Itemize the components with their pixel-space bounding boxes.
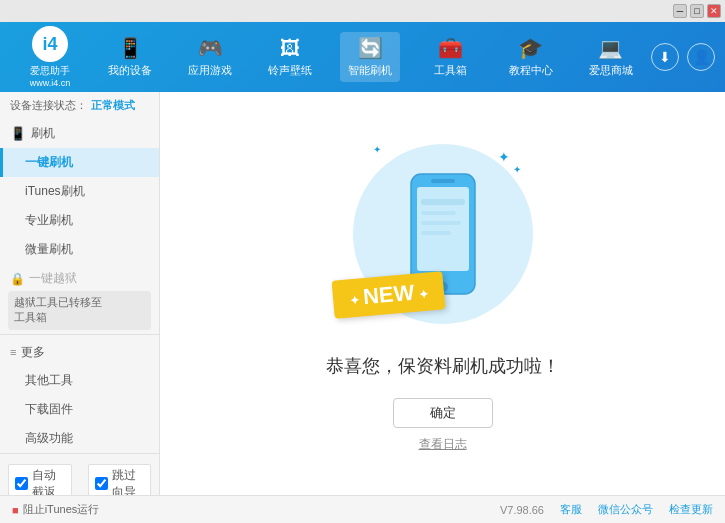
diary-button[interactable]: 查看日志 (419, 436, 467, 453)
sidebar-item-advanced[interactable]: 高级功能 (0, 424, 159, 453)
lock-icon: 🔒 (10, 272, 25, 286)
store-icon: 💻 (598, 36, 623, 60)
sidebar-divider (0, 334, 159, 335)
more-section-header[interactable]: ≡ 更多 (0, 339, 159, 366)
nav-apps-games[interactable]: 🎮 应用游戏 (180, 32, 240, 82)
success-text: 恭喜您，保资料刷机成功啦！ (326, 354, 560, 378)
svg-rect-2 (431, 179, 455, 183)
connection-status: 设备连接状态： 正常模式 (0, 92, 159, 119)
wechat-public-link[interactable]: 微信公众号 (598, 502, 653, 517)
logo-icon: i4 (32, 26, 68, 62)
check-update-link[interactable]: 检查更新 (669, 502, 713, 517)
nav-tutorial[interactable]: 🎓 教程中心 (501, 32, 561, 82)
svg-rect-6 (421, 221, 461, 225)
main-area: 设备连接状态： 正常模式 📱 刷机 一键刷机 iTunes刷机 专业刷机 微量刷… (0, 92, 725, 495)
nav-store-label: 爱思商城 (589, 63, 633, 78)
logo-text: 爱思助手 www.i4.cn (30, 64, 71, 88)
flash-icon: 📱 (10, 126, 26, 141)
jailbreak-section: 🔒 一键越狱 (0, 264, 159, 289)
svg-rect-7 (421, 231, 451, 235)
content-area: ✦ ✦ ✦ NEW 恭喜您，保资料刷机成功啦！ 确定 查看日志 (160, 92, 725, 495)
nav-apps-games-label: 应用游戏 (188, 63, 232, 78)
my-device-icon: 📱 (118, 36, 143, 60)
sparkle-1: ✦ (498, 149, 510, 165)
status-left: ■ 阻止iTunes运行 (12, 502, 500, 517)
status-value: 正常模式 (91, 98, 135, 113)
apps-games-icon: 🎮 (198, 36, 223, 60)
nav-my-device-label: 我的设备 (108, 63, 152, 78)
nav-smart-shop[interactable]: 🔄 智能刷机 (340, 32, 400, 82)
sidebar-item-one-click-flash[interactable]: 一键刷机 (0, 148, 159, 177)
version-text: V7.98.66 (500, 504, 544, 516)
auto-return-checkbox-label[interactable]: 自动截返 (8, 464, 72, 495)
stop-itunes[interactable]: ■ 阻止iTunes运行 (12, 502, 99, 517)
nav-ringtone-label: 铃声壁纸 (268, 63, 312, 78)
smart-shop-icon: 🔄 (358, 36, 383, 60)
maximize-button[interactable]: □ (690, 4, 704, 18)
header: i4 爱思助手 www.i4.cn 📱 我的设备 🎮 应用游戏 🖼 铃声壁纸 🔄… (0, 22, 725, 92)
flash-section-header[interactable]: 📱 刷机 (0, 119, 159, 148)
sparkle-3: ✦ (373, 144, 381, 155)
skip-wizard-checkbox-label[interactable]: 跳过向导 (88, 464, 152, 495)
minimize-button[interactable]: ─ (673, 4, 687, 18)
sidebar-item-itunes-flash[interactable]: iTunes刷机 (0, 177, 159, 206)
sidebar-item-dfu-flash[interactable]: 微量刷机 (0, 235, 159, 264)
jailbreak-note: 越狱工具已转移至 工具箱 (8, 291, 151, 330)
download-button[interactable]: ⬇ (651, 43, 679, 71)
sidebar-bottom: 自动截返 跳过向导 📱 iPhone 12 mini 64GB Down-12m… (0, 453, 159, 495)
svg-rect-4 (421, 199, 465, 205)
nav-toolbox[interactable]: 🧰 工具箱 (421, 32, 481, 82)
svg-rect-5 (421, 211, 456, 215)
status-bar: ■ 阻止iTunes运行 V7.98.66 客服 微信公众号 检查更新 (0, 495, 725, 523)
nav-toolbox-label: 工具箱 (434, 63, 467, 78)
toolbox-icon: 🧰 (438, 36, 463, 60)
nav-tutorial-label: 教程中心 (509, 63, 553, 78)
sidebar: 设备连接状态： 正常模式 📱 刷机 一键刷机 iTunes刷机 专业刷机 微量刷… (0, 92, 160, 495)
title-bar: ─ □ ✕ (0, 0, 725, 22)
nav-my-device[interactable]: 📱 我的设备 (100, 32, 160, 82)
sidebar-item-other-tools[interactable]: 其他工具 (0, 366, 159, 395)
ringtone-icon: 🖼 (280, 37, 300, 60)
close-button[interactable]: ✕ (707, 4, 721, 18)
auto-return-checkbox[interactable] (15, 477, 28, 490)
confirm-button[interactable]: 确定 (393, 398, 493, 428)
nav-store[interactable]: 💻 爱思商城 (581, 32, 641, 82)
sidebar-item-download-firmware[interactable]: 下载固件 (0, 395, 159, 424)
status-right: V7.98.66 客服 微信公众号 检查更新 (500, 502, 713, 517)
nav-smart-shop-label: 智能刷机 (348, 63, 392, 78)
user-button[interactable]: 👤 (687, 43, 715, 71)
header-right: ⬇ 👤 (651, 43, 715, 71)
checkbox-area: 自动截返 跳过向导 (8, 460, 151, 495)
flash-label: 刷机 (31, 125, 55, 142)
sparkle-2: ✦ (513, 164, 521, 175)
sidebar-item-pro-flash[interactable]: 专业刷机 (0, 206, 159, 235)
nav-ringtone[interactable]: 🖼 铃声壁纸 (260, 33, 320, 82)
skip-wizard-checkbox[interactable] (95, 477, 108, 490)
customer-service-link[interactable]: 客服 (560, 502, 582, 517)
more-icon: ≡ (10, 346, 16, 358)
logo-area: i4 爱思助手 www.i4.cn (10, 26, 90, 88)
jailbreak-disabled-label: 一键越狱 (29, 270, 77, 287)
stop-icon: ■ (12, 504, 19, 516)
tutorial-icon: 🎓 (518, 36, 543, 60)
nav-bar: 📱 我的设备 🎮 应用游戏 🖼 铃声壁纸 🔄 智能刷机 🧰 工具箱 🎓 教程中心… (90, 32, 651, 82)
more-label: 更多 (21, 344, 45, 361)
phone-illustration: ✦ ✦ ✦ NEW (343, 134, 543, 334)
